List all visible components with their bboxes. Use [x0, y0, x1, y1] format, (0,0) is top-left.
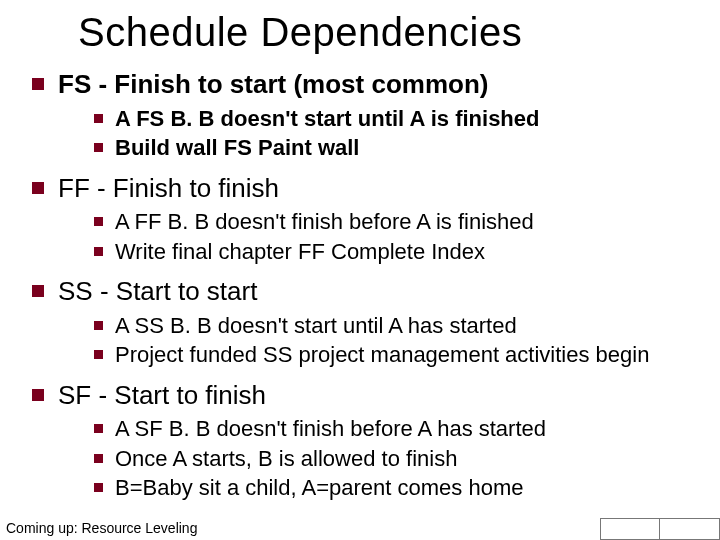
square-bullet-icon [94, 483, 103, 492]
list-item: FS - Finish to start (most common) [32, 68, 700, 101]
square-bullet-icon [32, 285, 44, 297]
item-label: FF - Finish to finish [58, 172, 279, 205]
square-bullet-icon [32, 389, 44, 401]
list-item: Once A starts, B is allowed to finish [94, 445, 700, 473]
list-item: Project funded SS project management act… [94, 341, 700, 369]
square-bullet-icon [94, 321, 103, 330]
square-bullet-icon [94, 247, 103, 256]
square-bullet-icon [32, 78, 44, 90]
item-label: SF - Start to finish [58, 379, 266, 412]
slide-title: Schedule Dependencies [78, 10, 522, 55]
sub-label: A SF B. B doesn't finish before A has st… [115, 415, 546, 443]
list-item: A SF B. B doesn't finish before A has st… [94, 415, 700, 443]
corner-box [660, 518, 720, 540]
corner-boxes [600, 518, 720, 540]
sub-list: A FF B. B doesn't finish before A is fin… [94, 208, 700, 265]
list-item: B=Baby sit a child, A=parent comes home [94, 474, 700, 502]
sub-label: A FF B. B doesn't finish before A is fin… [115, 208, 534, 236]
list-item: A FS B. B doesn't start until A is finis… [94, 105, 700, 133]
sub-label: Build wall FS Paint wall [115, 134, 359, 162]
sub-label: Write final chapter FF Complete Index [115, 238, 485, 266]
sub-label: Project funded SS project management act… [115, 341, 649, 369]
slide-content: FS - Finish to start (most common) A FS … [32, 68, 700, 512]
corner-box [600, 518, 660, 540]
square-bullet-icon [94, 350, 103, 359]
list-item: A SS B. B doesn't start until A has star… [94, 312, 700, 340]
square-bullet-icon [94, 143, 103, 152]
sub-label: A SS B. B doesn't start until A has star… [115, 312, 517, 340]
square-bullet-icon [94, 114, 103, 123]
list-item: Write final chapter FF Complete Index [94, 238, 700, 266]
list-item: A FF B. B doesn't finish before A is fin… [94, 208, 700, 236]
sub-label: B=Baby sit a child, A=parent comes home [115, 474, 523, 502]
square-bullet-icon [94, 217, 103, 226]
sub-list: A FS B. B doesn't start until A is finis… [94, 105, 700, 162]
list-item: SF - Start to finish [32, 379, 700, 412]
list-item: SS - Start to start [32, 275, 700, 308]
square-bullet-icon [94, 454, 103, 463]
list-item: FF - Finish to finish [32, 172, 700, 205]
square-bullet-icon [94, 424, 103, 433]
item-label: SS - Start to start [58, 275, 257, 308]
sub-label: Once A starts, B is allowed to finish [115, 445, 457, 473]
sub-list: A SS B. B doesn't start until A has star… [94, 312, 700, 369]
square-bullet-icon [32, 182, 44, 194]
slide: Schedule Dependencies FS - Finish to sta… [0, 0, 720, 540]
sub-list: A SF B. B doesn't finish before A has st… [94, 415, 700, 502]
item-label: FS - Finish to start (most common) [58, 68, 488, 101]
footer-text: Coming up: Resource Leveling [6, 520, 197, 536]
sub-label: A FS B. B doesn't start until A is finis… [115, 105, 539, 133]
list-item: Build wall FS Paint wall [94, 134, 700, 162]
